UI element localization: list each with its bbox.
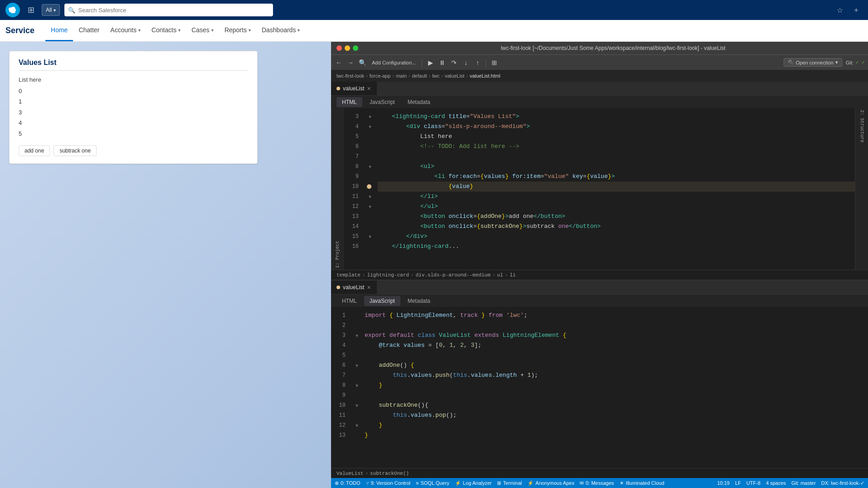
git-label: Git: [846,60,853,65]
js-code-lines[interactable]: import { LightningElement, track } from … [361,307,868,468]
code-line: } [365,430,868,440]
fold-button[interactable]: ▼ [354,423,360,428]
list-item: 4 [19,118,248,128]
js-filetab[interactable]: valueList × [331,281,377,294]
search-toolbar-button[interactable]: 🔍 [357,58,367,68]
fold-button[interactable]: ▼ [367,234,373,239]
nav-items: Home Chatter Accounts ▾ Contacts ▾ Cases… [45,20,305,41]
add-one-button[interactable]: add one [19,145,50,156]
status-log-analyzer[interactable]: ⚡ Log Analyzer [455,480,492,486]
fold-button[interactable]: ▼ [354,403,360,408]
status-terminal[interactable]: ⊞ Terminal [497,480,522,486]
status-git-master[interactable]: Git: master [791,480,816,486]
breadcrumb-li[interactable]: li [510,270,516,280]
fold-button[interactable]: ▼ [354,363,360,368]
tab-javascript-js[interactable]: JavaScript [364,296,400,306]
add-icon[interactable]: ＋ [850,4,863,16]
fold-button[interactable]: ▼ [367,124,373,129]
structure-panel-label[interactable]: 2: Structure [855,108,868,270]
code-line: List here [378,132,855,142]
status-illuminated-cloud[interactable]: ☀ Illuminated Cloud [619,480,664,486]
project-panel-label[interactable]: 1: Project [331,108,344,270]
fold-button[interactable]: ▼ [367,164,373,169]
nav-item-accounts[interactable]: Accounts ▾ [105,20,146,41]
nav-item-contacts[interactable]: Contacts ▾ [146,20,186,41]
close-tab-icon[interactable]: × [367,85,371,92]
breadcrumb-lwc-first-look[interactable]: lwc-first-look [336,73,364,79]
all-dropdown[interactable]: All ▾ [42,4,60,16]
search-input[interactable] [78,7,269,14]
breadcrumb-lwc[interactable]: lwc [432,73,439,79]
terminal-icon: ⊞ [497,480,501,486]
salesforce-panel: Values List List here 0 1 3 4 5 add one … [0,42,331,488]
code-line: this.values.push(this.values.length + 1)… [365,370,868,380]
breadcrumb-div-slds[interactable]: div.slds-p-around--medium [415,270,490,280]
close-window-button[interactable] [336,45,342,51]
status-spaces[interactable]: 4 spaces [766,480,786,486]
step-out-button[interactable]: ↑ [473,58,483,68]
fold-button[interactable]: ▼ [367,194,373,199]
soql-label: SOQL Query [420,480,449,486]
nav-item-dashboards[interactable]: Dashboards ▾ [256,20,306,41]
html-filetab[interactable]: valueList × [331,82,377,95]
js-breadcrumb-subtrack[interactable]: subtrackOne() [370,468,409,478]
breadcrumb-default[interactable]: default [412,73,427,79]
top-bar-actions: ☆ ＋ [834,4,863,16]
breadcrumb-valuelist[interactable]: valueList [445,73,464,79]
salesforce-logo[interactable] [5,3,20,17]
bookmark-icon[interactable]: ☆ [834,4,846,16]
status-todo[interactable]: ⊕ 0: TODO [335,480,361,486]
status-messages[interactable]: ✉ 0: Messages [580,480,614,486]
tab-metadata-js[interactable]: Metadata [402,296,436,306]
status-version-control[interactable]: ⑂ 9: Version Control [366,480,410,486]
breadcrumb-lightning-card[interactable]: lightning-card [367,270,409,280]
status-line-ending[interactable]: LF [735,480,741,486]
breadcrumb-ul[interactable]: ul [497,270,503,280]
close-js-tab-icon[interactable]: × [367,284,371,291]
step-into-button[interactable]: ↓ [461,58,471,68]
html-gutter: ▼ ▼ ▼ ▼ ▼ ▼ [366,108,374,270]
back-button[interactable]: ← [334,58,344,68]
tab-metadata-html[interactable]: Metadata [402,97,436,107]
add-configuration-button[interactable]: Add Configuration... [369,59,419,66]
debug-button[interactable]: ⏸ [437,58,447,68]
forward-button[interactable]: → [346,58,356,68]
status-encoding[interactable]: UTF-8 [746,480,761,486]
nav-item-chatter[interactable]: Chatter [73,20,105,41]
tab-html[interactable]: HTML [336,97,362,107]
fold-button[interactable]: ▼ [354,333,360,338]
run-button[interactable]: ▶ [425,58,435,68]
status-dx[interactable]: DX: lwc-first-look-✓ [821,480,864,486]
more-tools-button[interactable]: ⊞ [489,58,499,68]
js-bottom-breadcrumb: ValueList › subtrackOne() [331,468,868,478]
status-anonymous-apex[interactable]: ⚡ Anonymous Apex [527,480,575,486]
app-grid-button[interactable]: ⊞ [24,4,37,16]
fold-button[interactable]: ▼ [367,114,373,119]
nav-item-reports[interactable]: Reports ▾ [219,20,256,41]
maximize-window-button[interactable] [353,45,358,51]
html-code-lines[interactable]: <lightning-card title="Values List"> <di… [374,108,855,270]
tab-html-js[interactable]: HTML [336,296,362,306]
step-over-button[interactable]: ↷ [449,58,459,68]
minimize-window-button[interactable] [345,45,350,51]
status-soql[interactable]: ≡ SOQL Query [416,480,449,486]
breadcrumb-valuelist-html[interactable]: valueList.html [470,73,500,79]
apex-label: Anonymous Apex [536,480,575,486]
fold-button[interactable]: ▼ [367,204,373,209]
card-buttons: add one subtrack one [19,145,248,156]
js-gutter: ▼ ▼ ▼ ▼ ▼ [353,307,361,468]
fold-button[interactable]: ▼ [354,383,360,388]
js-breadcrumb-valuelist[interactable]: ValueList [336,468,363,478]
breadcrumb-main[interactable]: main [396,73,407,79]
todo-icon: ⊕ [335,480,339,486]
nav-item-home[interactable]: Home [45,20,73,41]
values-card-title: Values List [19,59,248,71]
js-editor-tabs: HTML JavaScript Metadata [331,294,868,307]
list-label: List here [19,76,248,83]
breadcrumb-template[interactable]: template [336,270,361,280]
tab-javascript-html[interactable]: JavaScript [364,97,400,107]
open-connection-button[interactable]: 🔌 Open connection ▾ [784,58,842,67]
breadcrumb-force-app[interactable]: force-app [370,73,390,79]
nav-item-cases[interactable]: Cases ▾ [186,20,219,41]
subtract-one-button[interactable]: subtrack one [54,145,97,156]
